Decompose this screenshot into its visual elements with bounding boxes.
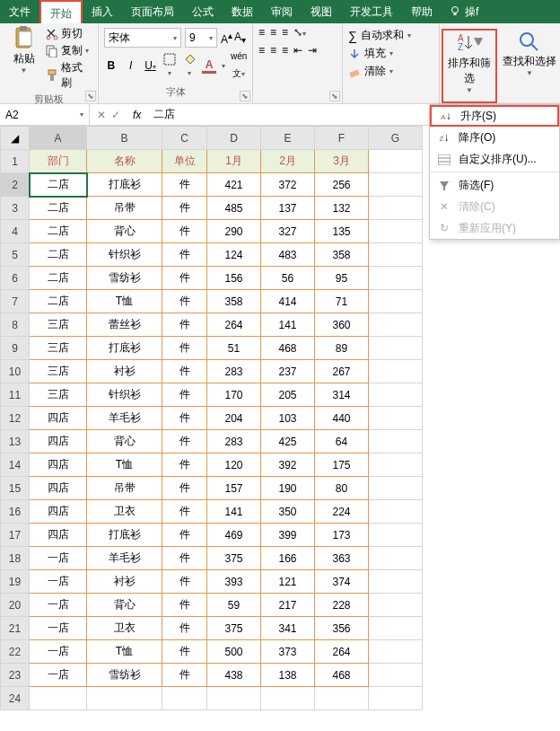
phonetic-button[interactable]: wén文▾ bbox=[231, 51, 247, 80]
find-select-button[interactable]: 查找和选择 ▼ bbox=[502, 29, 557, 103]
cell[interactable]: 372 bbox=[261, 173, 315, 197]
cell[interactable]: 237 bbox=[261, 360, 315, 383]
cell[interactable]: 三店 bbox=[30, 313, 87, 337]
cell[interactable]: 264 bbox=[207, 313, 261, 337]
cell[interactable]: 204 bbox=[207, 407, 261, 430]
row-header-14[interactable]: 14 bbox=[1, 454, 30, 477]
cell[interactable]: 蕾丝衫 bbox=[87, 313, 162, 337]
formula-value[interactable]: 二店 bbox=[146, 107, 182, 122]
cell[interactable] bbox=[261, 687, 315, 710]
bold-button[interactable]: B bbox=[104, 59, 118, 72]
cell[interactable]: 背心 bbox=[87, 220, 162, 243]
cell[interactable]: 件 bbox=[162, 313, 207, 337]
cell[interactable]: 一店 bbox=[30, 664, 87, 687]
increase-font-button[interactable]: A▴ bbox=[221, 31, 232, 46]
cell[interactable]: 羊毛衫 bbox=[87, 547, 162, 570]
menu-formulas[interactable]: 公式 bbox=[183, 0, 223, 23]
paste-button[interactable]: 粘贴 ▼ bbox=[5, 26, 42, 91]
menu-review[interactable]: 审阅 bbox=[262, 0, 302, 23]
cell[interactable]: 羊毛衫 bbox=[87, 407, 162, 430]
font-color-button[interactable]: A bbox=[202, 58, 216, 74]
cell[interactable]: 483 bbox=[261, 243, 315, 267]
cell[interactable]: 四店 bbox=[30, 477, 87, 500]
cell[interactable]: 件 bbox=[162, 267, 207, 290]
cell[interactable]: 件 bbox=[162, 594, 207, 617]
cell[interactable] bbox=[369, 477, 423, 500]
cell[interactable] bbox=[369, 407, 423, 430]
row-header-15[interactable]: 15 bbox=[1, 477, 30, 500]
cell[interactable]: 414 bbox=[261, 290, 315, 313]
cell[interactable]: 374 bbox=[315, 570, 369, 594]
cell[interactable]: 124 bbox=[207, 243, 261, 267]
row-header-16[interactable]: 16 bbox=[1, 500, 30, 524]
cell[interactable]: 267 bbox=[315, 360, 369, 383]
cell[interactable]: 件 bbox=[162, 220, 207, 243]
cell[interactable] bbox=[369, 594, 423, 617]
cell[interactable] bbox=[369, 290, 423, 313]
cell[interactable]: 360 bbox=[315, 313, 369, 337]
cell[interactable]: 件 bbox=[162, 243, 207, 267]
increase-indent-button[interactable]: ⇥ bbox=[308, 44, 317, 57]
cell[interactable]: 雪纺衫 bbox=[87, 664, 162, 687]
cell[interactable]: 针织衫 bbox=[87, 243, 162, 267]
cell[interactable]: 440 bbox=[315, 407, 369, 430]
row-header-24[interactable]: 24 bbox=[1, 687, 30, 710]
cell[interactable]: 341 bbox=[261, 617, 315, 640]
cell[interactable]: 吊带 bbox=[87, 477, 162, 500]
cell[interactable]: 一店 bbox=[30, 570, 87, 594]
cell[interactable] bbox=[207, 687, 261, 710]
cell[interactable]: 二店 bbox=[30, 197, 87, 220]
cell[interactable]: 一店 bbox=[30, 594, 87, 617]
cell[interactable]: 件 bbox=[162, 547, 207, 570]
fx-icon[interactable]: fx bbox=[127, 109, 146, 121]
fill-color-button[interactable]: ▾ bbox=[182, 53, 197, 79]
cell[interactable]: 217 bbox=[261, 594, 315, 617]
menu-pagelayout[interactable]: 页面布局 bbox=[122, 0, 183, 23]
cell[interactable]: 卫衣 bbox=[87, 617, 162, 640]
cell[interactable]: 375 bbox=[207, 547, 261, 570]
cell[interactable] bbox=[369, 150, 423, 173]
cell[interactable] bbox=[369, 360, 423, 383]
cell[interactable]: 132 bbox=[315, 197, 369, 220]
menu-file[interactable]: 文件 bbox=[0, 0, 39, 23]
cell[interactable]: 425 bbox=[261, 430, 315, 454]
cut-button[interactable]: 剪切 bbox=[46, 26, 92, 41]
menu-view[interactable]: 视图 bbox=[302, 0, 341, 23]
cell[interactable]: 一店 bbox=[30, 547, 87, 570]
cell[interactable]: 256 bbox=[315, 173, 369, 197]
cell[interactable] bbox=[87, 687, 162, 710]
cell[interactable]: 一店 bbox=[30, 640, 87, 664]
cell[interactable]: 卫衣 bbox=[87, 500, 162, 524]
copy-button[interactable]: 复制▾ bbox=[46, 43, 92, 58]
cell[interactable]: 156 bbox=[207, 267, 261, 290]
row-header-2[interactable]: 2 bbox=[1, 173, 30, 197]
font-name-select[interactable]: 宋体▾ bbox=[104, 28, 181, 48]
row-header-18[interactable]: 18 bbox=[1, 547, 30, 570]
cell[interactable]: T恤 bbox=[87, 290, 162, 313]
cell[interactable]: 一店 bbox=[30, 617, 87, 640]
cell[interactable]: 三店 bbox=[30, 337, 87, 360]
table-header[interactable]: 部门 bbox=[30, 150, 87, 173]
cell[interactable]: 件 bbox=[162, 640, 207, 664]
align-middle-button[interactable]: ≡ bbox=[270, 26, 276, 39]
border-button[interactable]: ▾ bbox=[162, 53, 177, 79]
row-header-6[interactable]: 6 bbox=[1, 267, 30, 290]
cell[interactable]: 356 bbox=[315, 617, 369, 640]
cell[interactable]: 468 bbox=[261, 337, 315, 360]
cell[interactable]: 二店 bbox=[30, 290, 87, 313]
row-header-21[interactable]: 21 bbox=[1, 617, 30, 640]
cell[interactable]: 138 bbox=[261, 664, 315, 687]
italic-button[interactable]: I bbox=[124, 59, 138, 72]
cell[interactable]: 二店 bbox=[30, 173, 87, 197]
cell[interactable]: 438 bbox=[207, 664, 261, 687]
row-header-1[interactable]: 1 bbox=[1, 150, 30, 173]
cell[interactable]: 170 bbox=[207, 383, 261, 407]
cell[interactable] bbox=[369, 547, 423, 570]
cell[interactable]: 打底衫 bbox=[87, 173, 162, 197]
cell[interactable]: 件 bbox=[162, 500, 207, 524]
cell[interactable]: 205 bbox=[261, 383, 315, 407]
row-header-19[interactable]: 19 bbox=[1, 570, 30, 594]
table-header[interactable]: 2月 bbox=[261, 150, 315, 173]
cell[interactable] bbox=[369, 267, 423, 290]
cell[interactable]: 件 bbox=[162, 477, 207, 500]
